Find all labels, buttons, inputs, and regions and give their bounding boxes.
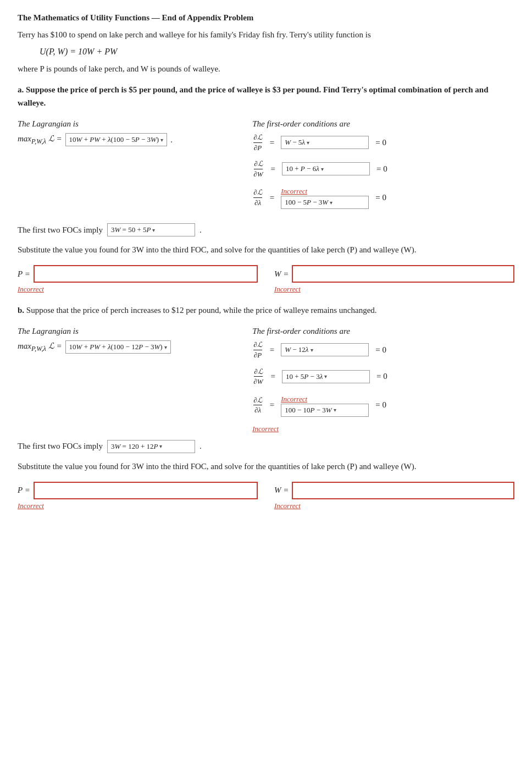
answer-input-row-b-P: P = bbox=[18, 482, 258, 499]
P-incorrect-a: Incorrect bbox=[18, 285, 258, 294]
lagrangian-dropdown-arrow-a[interactable]: ▾ bbox=[160, 137, 163, 143]
answer-row-a: P = Incorrect W = Incorrect bbox=[18, 265, 514, 294]
part-b-foc-col: The first-order conditions are ∂ℒ ∂P = W… bbox=[252, 327, 514, 433]
foc-b1-input[interactable]: W − 12λ ▾ bbox=[281, 343, 369, 356]
foc-a3-incorrect-label: Incorrect bbox=[281, 187, 307, 196]
foc-a3-input[interactable]: 100 − 5P − 3W ▾ bbox=[281, 196, 369, 209]
answer-cell-a-P: P = Incorrect bbox=[18, 265, 258, 294]
implication-b-arrow[interactable]: ▾ bbox=[159, 443, 162, 449]
part-a-lagrangian-col: The Lagrangian is maxP,W,λ ℒ = 10W + PW … bbox=[18, 119, 236, 146]
part-a-label: a. Suppose the price of perch is $5 per … bbox=[18, 83, 514, 109]
utility-formula: U(P, W) = 10W + PW bbox=[40, 47, 514, 57]
foc-row-b3: ∂ℒ ∂λ = Incorrect 100 − 10P − 3W ▾ = 0 bbox=[252, 394, 514, 417]
foc-label-a: The first-order conditions are bbox=[252, 119, 514, 129]
part-b-label: b. Suppose that the price of perch incre… bbox=[18, 304, 514, 317]
implication-a-arrow[interactable]: ▾ bbox=[152, 227, 155, 233]
foc-label-b: The first-order conditions are bbox=[252, 327, 514, 336]
foc-b1-arrow[interactable]: ▾ bbox=[311, 347, 313, 353]
foc-row-b2: ∂ℒ ∂W = 10 + 5P − 3λ ▾ = 0 bbox=[252, 367, 514, 386]
part-a-foc-col: The first-order conditions are ∂ℒ ∂P = W… bbox=[252, 119, 514, 217]
frac-b1: ∂ℒ ∂P bbox=[253, 340, 262, 359]
foc-a1-input[interactable]: W − 5λ ▾ bbox=[281, 136, 369, 149]
part-b-section: The Lagrangian is maxP,W,λ ℒ = 10W + PW … bbox=[18, 327, 514, 433]
part-b-lagrangian-col: The Lagrangian is maxP,W,λ ℒ = 10W + PW … bbox=[18, 327, 236, 354]
frac-a3: ∂ℒ ∂λ bbox=[253, 188, 262, 207]
answer-input-row-b-W: W = bbox=[274, 482, 514, 499]
lagrangian-dropdown-arrow-b[interactable]: ▾ bbox=[164, 344, 167, 350]
lagrangian-max-a: maxP,W,λ ℒ = bbox=[18, 134, 62, 146]
foc-table-a: ∂ℒ ∂P = W − 5λ ▾ = 0 ∂ℒ ∂W = 10 + P − 6λ bbox=[252, 133, 514, 209]
foc-b3-arrow[interactable]: ▾ bbox=[334, 407, 336, 413]
foc-a3-with-incorrect: Incorrect 100 − 5P − 3W ▾ bbox=[281, 186, 369, 209]
foc-a3-arrow[interactable]: ▾ bbox=[330, 200, 332, 206]
frac-a1: ∂ℒ ∂P bbox=[253, 133, 262, 152]
lagrangian-row-b: maxP,W,λ ℒ = 10W + PW + λ(100 − 12P − 3W… bbox=[18, 340, 236, 354]
W-input-a[interactable] bbox=[292, 265, 514, 283]
intro-text: Terry has $100 to spend on lake perch an… bbox=[18, 28, 514, 41]
foc-a2-input[interactable]: 10 + P − 6λ ▾ bbox=[282, 162, 370, 175]
foc-a1-arrow[interactable]: ▾ bbox=[307, 140, 309, 146]
lagrangian-input-a[interactable]: 10W + PW + λ(100 − 5P − 3W) ▾ bbox=[65, 133, 168, 146]
substitute-text-a: Substitute the value you found for 3W in… bbox=[18, 243, 514, 256]
answer-row-b: P = Incorrect W = Incorrect bbox=[18, 482, 514, 510]
lagrangian-label-a: The Lagrangian is bbox=[18, 119, 236, 129]
frac-a2: ∂ℒ ∂W bbox=[253, 159, 263, 178]
lagrangian-max-b: maxP,W,λ ℒ = bbox=[18, 341, 62, 353]
P-incorrect-b: Incorrect bbox=[18, 502, 258, 510]
implication-b: The first two FOCs imply 3W = 120 + 12P … bbox=[18, 440, 514, 453]
answer-input-row-a-W: W = bbox=[274, 265, 514, 283]
foc-row-a2: ∂ℒ ∂W = 10 + P − 6λ ▾ = 0 bbox=[252, 159, 514, 178]
foc-row-b3-wrapper: ∂ℒ ∂λ = Incorrect 100 − 10P − 3W ▾ = 0 I… bbox=[252, 394, 514, 433]
where-text: where P is pounds of lake perch, and W i… bbox=[18, 62, 514, 75]
P-input-a[interactable] bbox=[34, 265, 258, 283]
W-input-b[interactable] bbox=[292, 482, 514, 499]
implication-a-input[interactable]: 3W = 50 + 5P ▾ bbox=[107, 223, 195, 236]
lagrangian-row-a: maxP,W,λ ℒ = 10W + PW + λ(100 − 5P − 3W)… bbox=[18, 133, 236, 146]
foc-row-b1: ∂ℒ ∂P = W − 12λ ▾ = 0 bbox=[252, 340, 514, 359]
foc-b3-with-incorrect: Incorrect 100 − 10P − 3W ▾ bbox=[281, 394, 369, 417]
answer-input-row-a-P: P = bbox=[18, 265, 258, 283]
W-incorrect-a: Incorrect bbox=[274, 285, 514, 294]
substitute-text-b: Substitute the value you found for 3W in… bbox=[18, 460, 514, 473]
foc-b3-incorrect-label: Incorrect bbox=[281, 395, 307, 404]
W-incorrect-b: Incorrect bbox=[274, 502, 514, 510]
foc-a2-arrow[interactable]: ▾ bbox=[321, 166, 324, 172]
foc-row-a3: ∂ℒ ∂λ = Incorrect 100 − 5P − 3W ▾ = 0 bbox=[252, 186, 514, 209]
foc-row-a3-wrapper: ∂ℒ ∂λ = Incorrect 100 − 5P − 3W ▾ = 0 bbox=[252, 186, 514, 209]
part-a-section: The Lagrangian is maxP,W,λ ℒ = 10W + PW … bbox=[18, 119, 514, 217]
foc-table-b: ∂ℒ ∂P = W − 12λ ▾ = 0 ∂ℒ ∂W = 10 + 5P − bbox=[252, 340, 514, 433]
answer-cell-b-P: P = Incorrect bbox=[18, 482, 258, 510]
lagrangian-input-b[interactable]: 10W + PW + λ(100 − 12P − 3W) ▾ bbox=[65, 340, 171, 354]
foc-row-a1: ∂ℒ ∂P = W − 5λ ▾ = 0 bbox=[252, 133, 514, 152]
answer-cell-a-W: W = Incorrect bbox=[274, 265, 514, 294]
foc-b2-arrow[interactable]: ▾ bbox=[324, 373, 327, 379]
page-title: The Mathematics of Utility Functions — E… bbox=[18, 13, 514, 23]
frac-b2: ∂ℒ ∂W bbox=[253, 367, 263, 386]
foc-b3-bottom-incorrect: Incorrect bbox=[252, 425, 514, 433]
P-input-b[interactable] bbox=[34, 482, 258, 499]
foc-b2-input[interactable]: 10 + 5P − 3λ ▾ bbox=[282, 370, 370, 383]
frac-b3: ∂ℒ ∂λ bbox=[253, 396, 262, 415]
answer-cell-b-W: W = Incorrect bbox=[274, 482, 514, 510]
implication-b-input[interactable]: 3W = 120 + 12P ▾ bbox=[107, 440, 195, 453]
implication-a: The first two FOCs imply 3W = 50 + 5P ▾ … bbox=[18, 223, 514, 236]
lagrangian-label-b: The Lagrangian is bbox=[18, 327, 236, 336]
foc-b3-input[interactable]: 100 − 10P − 3W ▾ bbox=[281, 404, 369, 417]
